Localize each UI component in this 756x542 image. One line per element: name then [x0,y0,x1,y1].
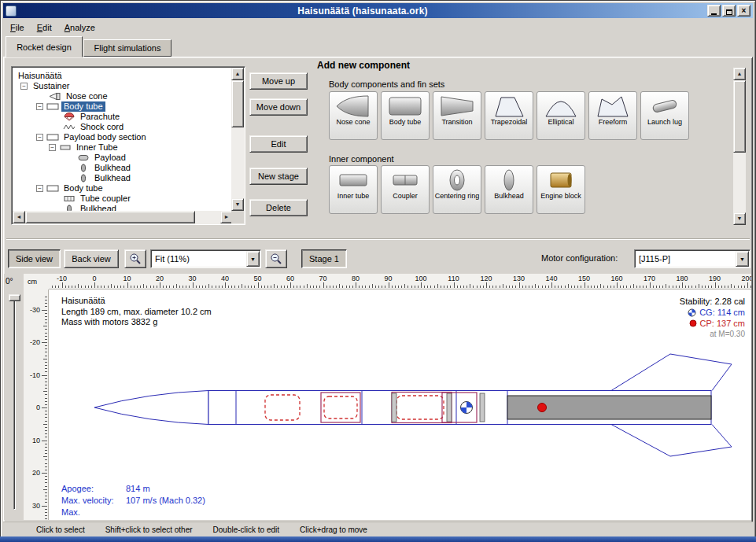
cg-marker [461,402,473,414]
vertical-scrollbar-thumb[interactable] [733,80,746,153]
tree-item-inner-tube[interactable]: − Inner Tube [13,142,233,153]
ruler-tick [685,286,686,288]
collapse-icon[interactable]: − [36,185,43,192]
ruler-label: 10 [32,436,40,444]
menu-edit[interactable]: Edit [31,21,58,34]
collapse-icon[interactable]: − [36,134,43,141]
ruler-tick [261,286,262,288]
tree-item-body-tube-2[interactable]: − Body tube [13,183,233,194]
chevron-down-icon[interactable]: ▼ [246,251,260,267]
add-bulkhead-button[interactable]: Bulkhead [485,165,533,214]
tree-item-rocket[interactable]: Haisunäätä [13,71,233,81]
chevron-down-icon[interactable]: ▼ [736,251,749,267]
ruler-tick [691,286,692,288]
close-button[interactable]: × [737,5,750,17]
tree-item-body-tube[interactable]: − Body tube [13,101,233,112]
tree-item-bulkhead[interactable]: Bulkhead [13,163,233,173]
tree-vertical-scrollbar[interactable]: ▲ ▼ [231,68,244,211]
vertical-scrollbar-thumb[interactable] [231,80,244,127]
rotation-slider-handle[interactable] [9,294,20,301]
add-launch-lug-button[interactable]: Launch lug [640,91,689,140]
ruler-tick [45,453,47,454]
ruler-label: -10 [30,371,40,378]
tree-item-bulkhead[interactable]: Bulkhead [13,204,233,211]
ruler-tick [45,437,47,437]
tree-item-parachute[interactable]: Parachute [13,112,233,122]
ruler-tick [304,286,304,288]
minimize-button[interactable] [707,5,721,17]
horizontal-scrollbar-thumb[interactable] [25,211,195,223]
scroll-left-button[interactable]: ◄ [13,211,25,223]
ruler-tick [721,286,722,288]
ruler-tick [307,284,308,288]
add-inner-tube-button[interactable]: Inner tube [329,165,378,214]
ruler-tick [708,286,709,288]
tree-horizontal-scrollbar[interactable]: ◄ ► [13,211,233,223]
add-elliptical-fin-button[interactable]: Elliptical [537,91,585,140]
motor-configuration-combo[interactable]: [J115-P] ▼ [634,249,750,268]
parachute-icon [63,112,76,121]
scroll-up-button[interactable]: ▲ [231,68,244,80]
add-component-scrollbar[interactable]: ▲ ▼ [733,68,746,225]
ruler-tick [607,286,608,288]
tree-item-bulkhead[interactable]: Bulkhead [13,173,233,183]
add-engine-block-button[interactable]: Engine block [537,165,585,214]
add-body-tube-button[interactable]: Body tube [381,91,430,140]
add-trapezoidal-fin-button[interactable]: Trapezoidal [485,91,533,140]
stage-1-toggle[interactable]: Stage 1 [301,249,347,268]
add-freeform-fin-button[interactable]: Freeform [588,91,637,140]
tree-item-stage[interactable]: − Sustainer [13,81,233,91]
ruler-tick [444,286,444,288]
move-down-button[interactable]: Move down [249,98,308,116]
rocket-canvas[interactable]: Haisunäätä Length 189 cm, max. diameter … [49,289,751,520]
menu-file[interactable]: File [4,21,31,34]
collapse-icon[interactable]: − [36,103,43,110]
tab-flight-simulations[interactable]: Flight simulations [83,39,171,57]
component-tree[interactable]: Haisunäätä − Sustainer Nose cone − Body … [13,68,233,211]
ruler-tick [679,286,680,288]
ruler-tick [45,417,47,418]
ruler-tick [150,286,151,288]
back-view-button[interactable]: Back view [64,249,119,268]
tree-item-payload-section[interactable]: − Payload body section [13,132,233,142]
collapse-icon[interactable]: − [20,83,28,90]
ruler-tick [58,286,59,288]
menu-analyze[interactable]: Analyze [58,21,101,34]
new-stage-button[interactable]: New stage [249,168,308,185]
zoom-level-combo[interactable]: Fit (11%) ▼ [150,249,261,268]
ruler-label: 140 [545,275,557,282]
tree-item-tube-coupler[interactable]: Tube coupler [13,194,233,204]
tab-rocket-design[interactable]: Rocket design [6,36,83,57]
split-divider[interactable] [6,238,750,240]
tree-item-payload[interactable]: Payload [13,153,233,163]
tree-item-shock-cord[interactable]: Shock cord [13,122,233,132]
tree-item-nose-cone[interactable]: Nose cone [13,91,233,101]
ruler-tick [160,282,160,288]
move-up-button[interactable]: Move up [249,72,308,90]
rotation-slider-track[interactable] [13,296,16,510]
bodytube-icon [46,102,59,111]
ruler-tick [45,482,47,483]
zoom-out-button[interactable] [265,249,287,268]
ruler-tick [424,286,425,288]
add-centering-ring-button[interactable]: Centering ring [433,165,481,214]
component-tree-panel: Haisunäätä − Sustainer Nose cone − Body … [11,66,245,225]
titlebar: Haisunäätä (haisunaata.ork) × [3,3,753,18]
scroll-up-button[interactable]: ▲ [733,68,746,80]
add-nose-cone-button[interactable]: Nose cone [329,91,378,140]
zoom-in-button[interactable] [124,249,146,268]
side-view-button[interactable]: Side view [8,249,61,268]
add-coupler-button[interactable]: Coupler [381,165,430,214]
ruler-tick [153,286,154,288]
ruler-tick [45,476,47,477]
collapse-icon[interactable]: − [49,144,56,151]
delete-button[interactable]: Delete [249,199,308,216]
maximize-button[interactable] [722,5,736,17]
ruler-tick [653,286,654,288]
edit-button[interactable]: Edit [249,135,308,153]
add-transition-button[interactable]: Transition [433,91,481,140]
ruler-tick [750,286,751,288]
ruler-tick [463,286,464,288]
scroll-down-button[interactable]: ▼ [231,198,244,211]
scroll-down-button[interactable]: ▼ [733,212,746,225]
